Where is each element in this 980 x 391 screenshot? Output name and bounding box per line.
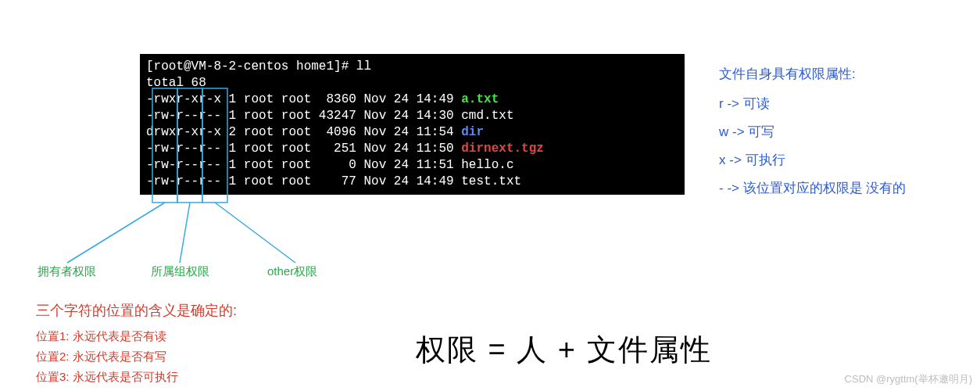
legend-w: w -> 可写 (719, 118, 906, 146)
svg-line-3 (67, 203, 165, 263)
legend-x: x -> 可执行 (719, 146, 906, 174)
label-group-permission: 所属组权限 (151, 264, 209, 279)
csdn-watermark: CSDN @rygttm(举杯邀明月) (845, 372, 972, 386)
terminal-output: [root@VM-8-2-centos home1]# ll total 68 … (140, 54, 685, 195)
position-3: 位置3: 永远代表是否可执行 (36, 367, 237, 387)
position-2: 位置2: 永远代表是否有写 (36, 346, 237, 367)
position-1: 位置1: 永远代表是否有读 (36, 326, 237, 346)
permission-legend: 文件自身具有权限属性: r -> 可读 w -> 可写 x -> 可执行 - -… (719, 60, 906, 203)
legend-title: 文件自身具有权限属性: (719, 60, 906, 88)
svg-line-4 (180, 203, 190, 263)
permission-formula: 权限 = 人 + 文件属性 (416, 330, 712, 370)
svg-line-5 (215, 203, 295, 263)
legend-dash: - -> 该位置对应的权限是 没有的 (719, 174, 906, 203)
legend-r: r -> 可读 (719, 90, 906, 118)
position-title: 三个字符的位置的含义是确定的: (36, 301, 237, 320)
label-other-permission: other权限 (267, 264, 317, 279)
position-meaning-block: 三个字符的位置的含义是确定的: 位置1: 永远代表是否有读 位置2: 永远代表是… (36, 301, 237, 387)
label-owner-permission: 拥有者权限 (38, 264, 96, 279)
